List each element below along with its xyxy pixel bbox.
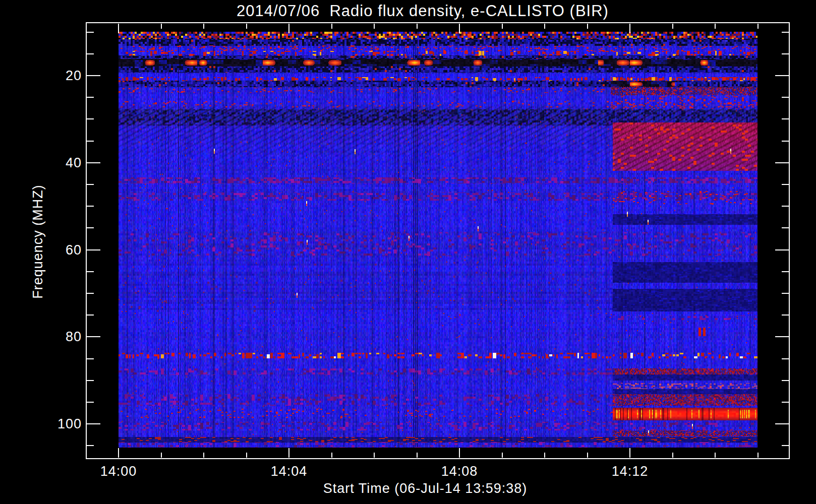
y-axis-label-100: 100	[44, 416, 82, 431]
x-minor-tick-top	[246, 24, 247, 29]
y-minor-tick-right	[782, 184, 789, 185]
y-minor-tick	[87, 184, 94, 185]
x-minor-tick	[715, 453, 716, 458]
y-minor-tick	[87, 293, 94, 294]
y-major-tick	[87, 423, 100, 424]
y-minor-tick-right	[782, 380, 789, 381]
x-minor-tick-top	[203, 24, 204, 29]
x-minor-tick	[417, 453, 418, 458]
x-minor-tick-top	[757, 24, 759, 29]
x-major-tick	[288, 448, 289, 458]
x-minor-tick-top	[374, 24, 375, 29]
y-minor-tick	[87, 314, 94, 316]
x-major-tick	[118, 448, 119, 458]
y-minor-tick	[87, 445, 94, 446]
y-axis-label-60: 60	[44, 242, 82, 258]
y-major-tick	[87, 336, 100, 337]
x-minor-tick-top	[544, 24, 545, 29]
y-minor-tick	[87, 380, 94, 381]
y-minor-tick-right	[782, 97, 789, 98]
y-minor-tick-right	[782, 118, 789, 119]
x-minor-tick	[374, 453, 375, 458]
x-minor-tick-top	[161, 24, 162, 29]
x-major-tick	[459, 448, 460, 458]
y-axis-label-80: 80	[44, 329, 82, 344]
y-major-tick	[87, 75, 100, 76]
y-minor-tick	[87, 32, 94, 33]
y-minor-tick	[87, 141, 94, 142]
x-axis-label-14:04: 14:04	[254, 464, 324, 479]
y-minor-tick-right	[782, 141, 789, 142]
x-minor-tick-top	[331, 24, 332, 29]
y-minor-tick-right	[782, 53, 789, 54]
y-minor-tick-right	[782, 206, 789, 207]
y-major-tick	[87, 249, 100, 250]
y-major-tick-right	[775, 249, 789, 250]
x-major-tick-top	[629, 24, 630, 33]
y-major-tick-right	[775, 336, 789, 337]
x-minor-tick-top	[587, 24, 588, 29]
x-axis-title: Start Time (06-Jul-14 13:59:38)	[72, 481, 778, 496]
x-major-tick-top	[118, 24, 119, 33]
y-minor-tick-right	[782, 32, 789, 33]
y-minor-tick	[87, 53, 94, 54]
y-axis-label-20: 20	[44, 68, 82, 83]
y-minor-tick	[87, 271, 94, 272]
y-axis-label-40: 40	[44, 155, 82, 170]
x-minor-tick	[587, 453, 588, 458]
y-major-tick-right	[775, 75, 789, 76]
y-minor-tick	[87, 118, 94, 119]
y-axis-title: Frequency (MHZ)	[30, 171, 46, 312]
x-minor-tick	[502, 453, 503, 458]
x-minor-tick-top	[502, 24, 503, 29]
x-minor-tick	[757, 453, 759, 458]
y-major-tick	[87, 162, 100, 163]
x-minor-tick-top	[417, 24, 418, 29]
y-minor-tick-right	[782, 293, 789, 294]
x-minor-tick	[161, 453, 162, 458]
x-major-tick-top	[459, 24, 460, 33]
x-minor-tick	[672, 453, 673, 458]
spectrogram-canvas	[119, 32, 757, 448]
y-minor-tick-right	[782, 445, 789, 446]
x-minor-tick	[544, 453, 545, 458]
x-minor-tick-top	[715, 24, 716, 29]
x-major-tick	[629, 448, 630, 458]
y-major-tick-right	[775, 162, 789, 163]
y-minor-tick-right	[782, 271, 789, 272]
x-major-tick-top	[288, 24, 289, 33]
y-minor-tick-right	[782, 227, 789, 228]
y-minor-tick	[87, 227, 94, 228]
y-minor-tick-right	[782, 402, 789, 403]
y-minor-tick-right	[782, 358, 789, 359]
x-minor-tick	[203, 453, 204, 458]
y-major-tick-right	[775, 423, 789, 424]
x-axis-label-14:00: 14:00	[83, 464, 154, 479]
y-minor-tick	[87, 358, 94, 359]
y-minor-tick	[87, 97, 94, 98]
y-minor-tick-right	[782, 314, 789, 316]
chart-title: 2014/07/06 Radio flux density, e-CALLIST…	[71, 2, 775, 20]
x-minor-tick	[246, 453, 247, 458]
x-minor-tick	[331, 453, 332, 458]
x-axis-label-14:12: 14:12	[595, 464, 665, 479]
y-minor-tick	[87, 206, 94, 207]
x-minor-tick-top	[672, 24, 673, 29]
spectrogram-figure: 2014/07/06 Radio flux density, e-CALLIST…	[0, 0, 816, 504]
y-minor-tick	[87, 402, 94, 403]
x-axis-label-14:08: 14:08	[424, 464, 495, 479]
